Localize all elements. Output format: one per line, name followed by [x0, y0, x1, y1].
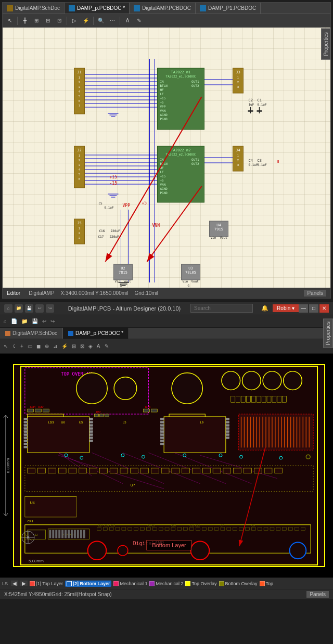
pcb-zoom-fit-btn[interactable]: ⊠	[79, 341, 86, 352]
altium-titlebar: ⌂ 📁 💾 ↩ ↪ DigitalAMPi.PCB - Altium Desig…	[0, 301, 333, 315]
schematic-properties-tab[interactable]: Properties	[321, 29, 331, 60]
svg-rect-264	[120, 468, 128, 473]
window-minimize-btn[interactable]: —	[299, 304, 308, 313]
pcb-redo-btn[interactable]: ↪	[49, 316, 56, 327]
pcb-route-btn[interactable]: ⤹	[10, 341, 18, 352]
pcb-autoroute-btn[interactable]: ⚡	[60, 341, 69, 352]
pcb-board[interactable]: TOP OVERLAY TA2022_m1 TA2022_m2	[13, 364, 325, 567]
svg-rect-297	[74, 530, 76, 538]
svg-rect-323	[233, 527, 237, 531]
altium-search-input[interactable]	[190, 304, 253, 313]
layer-nav-right[interactable]: ▶	[20, 581, 28, 586]
pcb-snap: (Hotspot Snap)	[76, 591, 111, 597]
svg-rect-292	[58, 530, 60, 538]
altium-save-icon[interactable]: 💾	[25, 304, 33, 313]
svg-rect-268	[161, 468, 169, 473]
pcb-add-btn[interactable]: +	[19, 341, 25, 352]
layer-item-bottom[interactable]: [2] Bottom Layer	[65, 581, 112, 587]
layer-color-top-extra	[260, 581, 265, 586]
pcb-fill-btn[interactable]: ◼	[35, 341, 42, 352]
pcb-highlight-btn[interactable]: ◈	[87, 341, 94, 352]
pcb-tab-schdoc[interactable]: DigitalAMP.SchDoc	[0, 328, 63, 339]
pcb-tab-pcbdoc[interactable]: DAMP_p.PCBDOC *	[63, 328, 129, 339]
toolbar-comp-btn[interactable]: ⊡	[54, 16, 65, 26]
pcb-new-btn[interactable]: 📄	[9, 316, 19, 327]
toolbar-extra-btn[interactable]: ✎	[134, 16, 144, 26]
layer-item-top-extra[interactable]: Top	[260, 581, 274, 586]
svg-text:IN: IN	[160, 80, 164, 83]
pcb-undo-btn[interactable]: ↩	[41, 316, 48, 327]
altium-undo-icon[interactable]: ↩	[35, 304, 44, 313]
pcb-fanout-btn[interactable]: ⊞	[70, 341, 78, 352]
svg-rect-258	[58, 468, 66, 473]
layer-item-mech2[interactable]: Mechanical 2	[149, 581, 183, 586]
window-maximize-btn[interactable]: □	[309, 304, 318, 313]
svg-rect-190	[89, 434, 93, 436]
pcb-properties-tab[interactable]: Properties	[323, 319, 333, 348]
schematic-panels-btn[interactable]: Panels	[304, 290, 326, 297]
svg-rect-309	[146, 527, 150, 531]
svg-rect-262	[99, 468, 107, 473]
altium-home-icon[interactable]: ⌂	[4, 304, 12, 313]
pcb-via-btn[interactable]: ⊕	[43, 341, 50, 352]
user-account-btn[interactable]: Robin ▾	[273, 304, 299, 312]
layer-color-top-overlay	[185, 581, 190, 586]
bell-icon[interactable]: 🔔	[261, 305, 268, 312]
pcb-panels-btn[interactable]: Panels	[306, 591, 329, 598]
editor-label: Editor	[7, 290, 20, 296]
tab-digitalamp[interactable]: DigitalAMP.PCBDOC	[130, 3, 196, 14]
svg-text:78L05: 78L05	[185, 271, 196, 275]
svg-rect-199	[160, 434, 164, 436]
schematic-canvas[interactable]: TA2022_m1 TA2022_m1.SCHDOC IN BTLN HF LF…	[3, 28, 330, 288]
svg-rect-307	[134, 527, 138, 531]
toolbar-bus-btn[interactable]: ⊞	[31, 16, 42, 26]
svg-rect-207	[226, 431, 229, 433]
toolbar-place-btn[interactable]: ▷	[69, 16, 80, 26]
svg-rect-198	[160, 431, 164, 433]
svg-rect-330	[276, 527, 280, 531]
pcb-measure-btn[interactable]: ⊿	[52, 341, 59, 352]
tab-schdoc[interactable]: DigitalAMP.SchDoc	[3, 3, 65, 14]
schematic-tab-bar: DigitalAMP.SchDoc DAMP_p.PCBDOC * Digita…	[3, 3, 330, 14]
window-close-btn[interactable]: ✕	[319, 304, 329, 313]
tab-damp-pcbdoc[interactable]: DAMP_p.PCBDOC *	[65, 3, 130, 14]
svg-text:7815: 7815	[119, 271, 127, 275]
pcb-tab-icon-schdoc	[5, 331, 10, 336]
toolbar-wire-btn[interactable]: ╋	[20, 16, 30, 26]
toolbar-cursor-btn[interactable]: ↖	[5, 16, 15, 26]
pcb-rect-btn[interactable]: ▭	[26, 341, 34, 352]
layer-item-top[interactable]: [1] Top Layer	[30, 581, 63, 586]
svg-text:OUT1: OUT1	[191, 158, 199, 161]
svg-rect-183	[24, 443, 28, 445]
pcb-open-btn[interactable]: 📁	[20, 316, 29, 327]
svg-text:C8 C5: C8 C5	[147, 524, 155, 527]
svg-text:U4: U4	[30, 501, 35, 505]
svg-rect-320	[214, 527, 219, 531]
svg-text:LF: LF	[160, 92, 164, 96]
layer-item-mech1[interactable]: Mechanical 1	[113, 581, 147, 586]
toolbar-more-btn[interactable]: ⋯	[107, 16, 118, 26]
altium-redo-icon[interactable]: ↪	[46, 304, 54, 313]
tab-icon-schdoc	[7, 5, 13, 11]
measurement-left-label: 8.89mm	[6, 458, 10, 473]
pcb-draw-btn[interactable]: ✎	[103, 341, 110, 352]
pcb-home-btn[interactable]: ⌂	[2, 316, 8, 327]
svg-rect-171	[272, 396, 276, 402]
svg-line-147	[6, 513, 8, 516]
pcb-save-btn[interactable]: 💾	[30, 316, 40, 327]
toolbar-net-btn[interactable]: ⊟	[43, 16, 53, 26]
pcb-text-btn[interactable]: A	[95, 341, 102, 352]
pcb-cursor-btn[interactable]: ↖	[2, 341, 9, 352]
altium-folder-icon[interactable]: 📁	[15, 304, 23, 313]
toolbar-zoom-btn[interactable]: 🔍	[96, 16, 106, 26]
svg-rect-276	[244, 468, 252, 473]
svg-rect-177	[24, 424, 28, 427]
layer-item-bottom-overlay[interactable]: Bottom Overlay	[219, 581, 258, 586]
layer-nav-left[interactable]: ◀	[11, 581, 18, 586]
svg-rect-166	[246, 396, 250, 402]
layer-item-top-overlay[interactable]: Top Overlay	[185, 581, 216, 586]
pcb-canvas[interactable]: 8.89mm TOP OVERLAY TA2022_m1 TA2022_m2	[0, 354, 333, 577]
tab-damp-p1[interactable]: DAMP_P1.PCBDOC	[196, 3, 261, 14]
toolbar-annotate-btn[interactable]: A	[122, 16, 133, 26]
toolbar-power-btn[interactable]: ⚡	[81, 16, 91, 26]
